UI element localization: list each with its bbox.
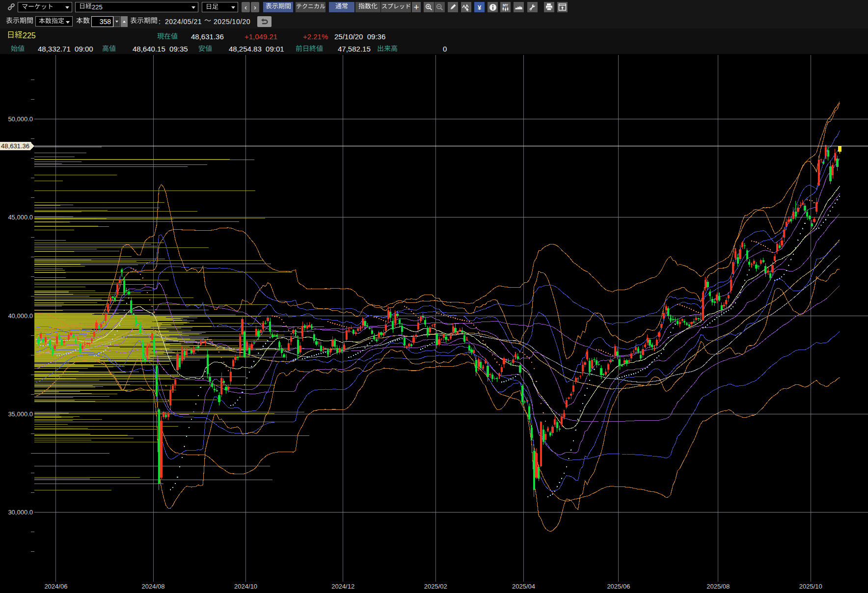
svg-text:2025/08: 2025/08 bbox=[706, 583, 730, 590]
svg-text:45,000.0: 45,000.0 bbox=[8, 214, 33, 221]
svg-text:48,631.36: 48,631.36 bbox=[1, 142, 29, 150]
svg-text:2025/06: 2025/06 bbox=[607, 583, 630, 590]
svg-text:2025/10: 2025/10 bbox=[799, 583, 822, 590]
svg-text:2025/02: 2025/02 bbox=[424, 583, 447, 590]
svg-text:50,000.0: 50,000.0 bbox=[8, 115, 33, 123]
svg-text:MY: MY bbox=[503, 3, 508, 7]
svg-text:2025/04: 2025/04 bbox=[512, 583, 535, 590]
svg-text:¥: ¥ bbox=[478, 4, 482, 11]
svg-text:2024/10: 2024/10 bbox=[234, 583, 257, 590]
svg-text:2024/08: 2024/08 bbox=[142, 583, 165, 590]
svg-text:30,000.0: 30,000.0 bbox=[8, 509, 33, 516]
svg-text:35,000.0: 35,000.0 bbox=[8, 410, 33, 418]
svg-text:40,000.0: 40,000.0 bbox=[8, 312, 33, 320]
svg-text:2024/06: 2024/06 bbox=[44, 583, 67, 590]
svg-text:2024/12: 2024/12 bbox=[331, 583, 354, 590]
